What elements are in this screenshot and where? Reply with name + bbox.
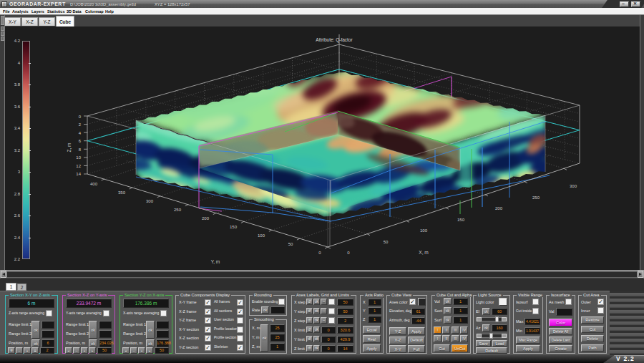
svg-text:Y, m: Y, m [211,259,220,264]
svg-text:Z, m: Z, m [67,143,72,153]
svg-text:150: 150 [230,225,238,229]
svg-text:400: 400 [90,182,98,186]
svg-text:350: 350 [118,190,126,195]
svg-text:14: 14 [76,172,81,176]
svg-text:50: 50 [288,242,293,246]
svg-text:Attribute: Q-factor: Attribute: Q-factor [316,37,353,43]
svg-text:100: 100 [258,233,265,238]
svg-text:100: 100 [420,228,428,233]
svg-text:12: 12 [76,164,81,168]
svg-text:250: 250 [174,208,182,212]
svg-text:X, m: X, m [419,250,428,255]
svg-text:250: 250 [532,195,540,200]
svg-text:150: 150 [457,218,465,222]
svg-text:300: 300 [146,199,154,203]
svg-text:200: 200 [202,216,210,221]
svg-text:50: 50 [384,240,389,244]
svg-text:200: 200 [495,206,503,210]
svg-text:300: 300 [570,184,577,188]
svg-text:10: 10 [76,155,81,160]
